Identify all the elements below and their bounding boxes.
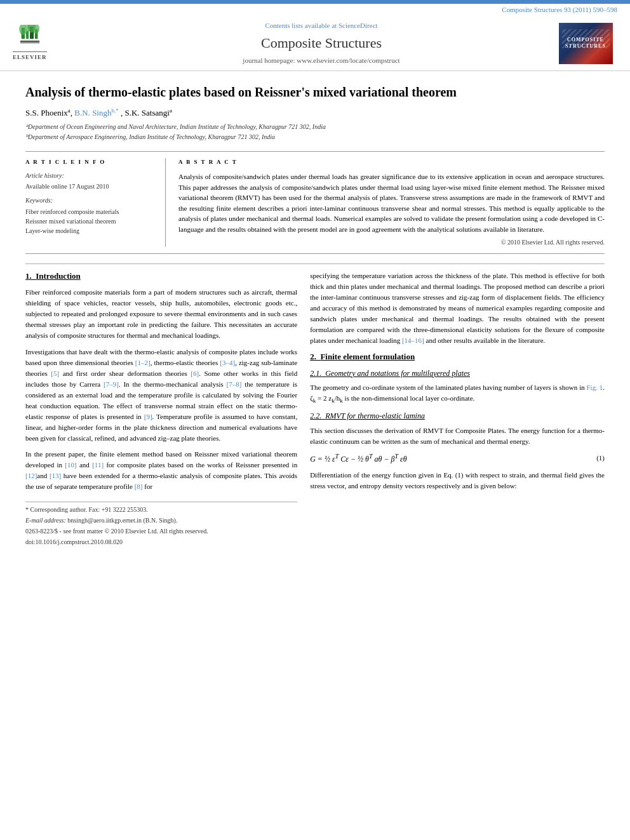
affiliation-b: ᵇDepartment of Aerospace Engineering, In… <box>25 133 605 142</box>
available-online: Available online 17 August 2010 <box>25 182 152 191</box>
author-phoenix: S.S. Phoenixa, <box>25 108 74 117</box>
citation-text: Composite Structures 93 (2011) 590–598 <box>502 6 617 13</box>
two-col-body: 1. Introduction Fiber reinforced composi… <box>25 270 605 547</box>
journal-logo-right: COMPOSITESTRUCTURES <box>554 23 617 64</box>
footnote-email: E-mail address: bnsingh@aero.iitkgp.erne… <box>25 516 297 525</box>
affiliation-a: ᵃDepartment of Ocean Engineering and Nav… <box>25 123 605 131</box>
ref-5[interactable]: [5] <box>51 370 59 377</box>
elsevier-logo-area: ELSEVIER <box>13 25 89 62</box>
section-2-1-heading: 2.1. Geometry and notations for multilay… <box>310 368 605 379</box>
journal-url: journal homepage: www.elsevier.com/locat… <box>102 56 541 65</box>
geometry-text: The geometry and co-ordinate system of t… <box>310 382 605 405</box>
info-abstract-divider <box>165 158 166 247</box>
journal-title: Composite Structures <box>102 34 541 53</box>
right-column: specifying the temperature variation acr… <box>310 270 605 547</box>
section-divider <box>25 263 605 264</box>
ref-11[interactable]: [11] <box>92 461 104 469</box>
issn-line: 0263-8223/$ - see front matter © 2010 El… <box>25 527 297 536</box>
equation-1-row: G = ½ εT Cε − ½ θT aθ − βT εθ (1) <box>310 452 605 465</box>
after-equation-text: Differentiation of the energy function g… <box>310 470 605 491</box>
article-info-heading: A R T I C L E I N F O <box>25 158 152 166</box>
intro-para-3: In the present paper, the finite element… <box>25 449 297 492</box>
keyword-1: Fiber reinforced composite materials <box>25 207 152 217</box>
equation-1-content: G = ½ εT Cε − ½ θT aθ − βT εθ <box>310 452 407 465</box>
abstract-text: Analysis of composite/sandwich plates un… <box>178 171 605 234</box>
ref-10[interactable]: [10] <box>65 461 76 469</box>
email-person: (B.N. Singh). <box>143 517 177 524</box>
composite-structures-logo: COMPOSITESTRUCTURES <box>559 23 613 64</box>
rmvt-intro-text: This section discusses the derivation of… <box>310 425 605 447</box>
content-area: Analysis of thermo-elastic plates based … <box>0 71 630 559</box>
ref-7-9[interactable]: [7–9] <box>104 380 119 388</box>
sciencedirect-link[interactable]: Contents lists available at ScienceDirec… <box>102 21 541 30</box>
ref-1-2[interactable]: [1–2] <box>135 359 151 366</box>
journal-header: ELSEVIER Contents lists available at Sci… <box>0 16 630 71</box>
email-label: E-mail address: <box>25 517 66 524</box>
section-2-heading: 2. Finite element formulation <box>310 351 605 363</box>
ref-13[interactable]: [13] <box>50 472 61 479</box>
left-column: 1. Introduction Fiber reinforced composi… <box>25 270 297 547</box>
svg-rect-9 <box>20 43 39 44</box>
article-info: A R T I C L E I N F O Article history: A… <box>25 158 152 247</box>
abstract-heading: A B S T R A C T <box>178 158 605 166</box>
ref-14-16[interactable]: [14–16] <box>402 337 424 344</box>
ref-3-4[interactable]: [3–4] <box>220 359 235 366</box>
elsevier-tree-icon <box>14 25 46 50</box>
equation-1-number: (1) <box>596 453 605 463</box>
citation-bar: Composite Structures 93 (2011) 590–598 <box>0 4 630 16</box>
intro-right-para-1: specifying the temperature variation acr… <box>310 270 605 346</box>
keywords-label: Keywords: <box>25 196 152 205</box>
ref-6[interactable]: [6] <box>191 370 199 377</box>
doi-line: doi:10.1016/j.compstruct.2010.08.020 <box>25 538 297 547</box>
elsevier-brand-text: ELSEVIER <box>13 51 47 62</box>
footnote-corresponding: * Corresponding author. Fax: +91 3222 25… <box>25 505 297 514</box>
svg-rect-8 <box>20 41 39 43</box>
article-title: Analysis of thermo-elastic plates based … <box>25 84 605 100</box>
info-abstract-section: A R T I C L E I N F O Article history: A… <box>25 151 605 254</box>
abstract-section: A B S T R A C T Analysis of composite/sa… <box>178 158 605 247</box>
keyword-2: Reissner mixed variational theorem <box>25 217 152 226</box>
authors: S.S. Phoenixa, B.N. Singhb,* , S.K. Sats… <box>25 107 605 119</box>
journal-info-center: Contents lists available at ScienceDirec… <box>89 21 554 65</box>
ref-12[interactable]: [12] <box>25 472 37 479</box>
email-link[interactable]: bnsingh@aero.iitkgp.ernet.in <box>67 517 142 524</box>
intro-para-1: Fiber reinforced composite materials for… <box>25 287 297 341</box>
ref-7-8[interactable]: [7–8] <box>227 380 242 388</box>
copyright-line: © 2010 Elsevier Ltd. All rights reserved… <box>178 238 605 247</box>
keyword-3: Layer-wise modeling <box>25 226 152 236</box>
author-singh[interactable]: B.N. Singhb,* <box>74 108 118 117</box>
page: Composite Structures 93 (2011) 590–598 <box>0 0 630 840</box>
section-2-2-heading: 2.2. RMVT for thermo-elastic lamina <box>310 411 605 422</box>
ref-9[interactable]: [9] <box>144 413 152 420</box>
author-satsangi: , S.K. Satsangia <box>121 108 172 117</box>
keywords-list: Fiber reinforced composite materials Rei… <box>25 207 152 236</box>
ref-8b[interactable]: [8] <box>135 483 143 490</box>
elsevier-logo: ELSEVIER <box>13 25 47 62</box>
fig-1-ref[interactable]: Fig. 1 <box>587 383 603 391</box>
journal-logo-label: COMPOSITESTRUCTURES <box>565 37 606 50</box>
footnote-area: * Corresponding author. Fax: +91 3222 25… <box>25 502 297 525</box>
intro-para-2: Investigations that have dealt with the … <box>25 347 297 444</box>
affiliations: ᵃDepartment of Ocean Engineering and Nav… <box>25 123 605 142</box>
history-label: Article history: <box>25 171 152 180</box>
section-1-heading: 1. Introduction <box>25 270 297 282</box>
